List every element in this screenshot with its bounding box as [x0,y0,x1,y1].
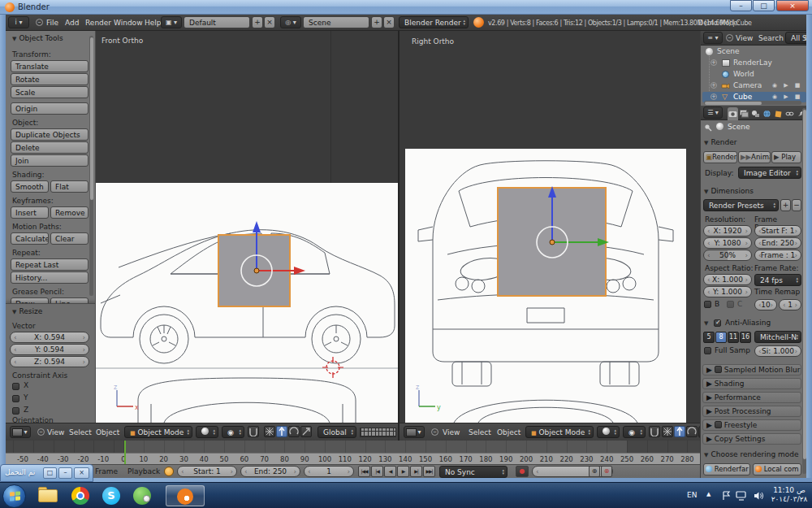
menu-window[interactable]: Window [114,19,143,27]
crop-checkbox[interactable] [727,301,734,308]
editor-type-properties-icon[interactable]: ☰ ▾ [703,106,723,119]
taskbar-chrome-icon[interactable] [67,485,94,506]
collapse-header-icon[interactable]: – [726,34,733,41]
outliner-display-dropdown[interactable]: All S [785,32,806,44]
add-layout-button[interactable]: + [252,16,263,28]
taskbar-skype-icon[interactable]: S [97,485,125,506]
taskbar-green-app-icon[interactable] [128,485,156,506]
history-button[interactable]: History... [11,271,89,284]
pivot-point-dropdown[interactable]: ◉ [623,426,646,438]
start-frame-field[interactable]: Start: 1 [177,466,237,477]
origin-button[interactable]: Origin [11,102,89,115]
aa-filter-dropdown[interactable]: Mitchell-N [754,331,801,343]
hide-eye-icon[interactable]: ◉ [771,93,779,101]
calculate-paths-button[interactable]: Calculate [11,232,49,245]
collapse-header-icon[interactable]: – [431,428,438,436]
maximize-button[interactable]: □ [753,0,775,11]
editor-type-3dview-icon[interactable]: ▾ [10,426,31,438]
delete-layout-button[interactable]: × [264,16,275,28]
constraint-x-checkbox[interactable] [12,383,19,390]
frame-step-field[interactable]: Frame : 1 [754,250,801,261]
menu-render[interactable]: Render [85,19,111,27]
end-frame-field[interactable]: End: 250 [240,466,300,477]
object-tools-panel-header[interactable]: ▼Object Tools [12,34,63,42]
timeline-editor[interactable]: -50-40-30-20-100102030405060708090100110… [6,441,700,478]
pivot-point-dropdown[interactable]: ◉ [222,426,244,438]
scene-browse-icon[interactable]: ◎ ▾ [280,16,301,28]
mode-dropdown[interactable]: ■ Object Mode [525,426,594,438]
viewport-shading-dropdown[interactable] [597,426,620,438]
render-button[interactable]: ▣Render [703,151,737,163]
flat-button[interactable]: Flat [50,180,89,193]
panel-shading[interactable]: ▶ Shading [702,378,801,389]
object-menu[interactable]: Object [96,428,119,436]
object-menu[interactable]: Object [497,428,520,436]
aspect-y-field[interactable]: Y: 1.000 [703,286,752,297]
viewport-right[interactable]: Right Ortho [398,31,700,441]
tray-action-center-icon[interactable] [721,491,731,501]
download-window-titlebar[interactable]: تم التحمل □ – × [0,464,93,482]
animation-button[interactable]: ▶▶Anima [738,151,771,163]
tray-hidden-icons-icon[interactable]: ▲ [706,491,710,497]
outliner-search-menu[interactable]: Search [758,34,784,42]
taskbar-explorer-icon[interactable] [34,485,62,506]
tab-scene[interactable] [750,107,761,120]
resolution-percent-slider[interactable]: 50% [703,250,752,261]
view-menu[interactable]: View [47,428,64,436]
aa-samples-5[interactable]: 5 [703,332,715,343]
jump-to-start-button[interactable]: |◀◀ [358,466,370,477]
snap-toggle-icon[interactable] [649,426,660,437]
panel-freestyle[interactable]: ▶ Freestyle [702,419,801,431]
start-button[interactable] [2,484,26,508]
smooth-button[interactable]: Smooth [11,180,49,193]
render-panel-header[interactable]: ▼Render [704,138,736,146]
snap-toggle-icon[interactable] [248,426,259,437]
border-checkbox[interactable] [704,301,711,308]
delete-button[interactable]: Delete [11,141,89,154]
frame-start-field[interactable]: Start F: 1 [754,225,801,237]
time-remap-new-field[interactable]: 1 [779,299,801,310]
aa-samples-16[interactable]: 16 [740,332,751,343]
hide-eye-icon[interactable]: ◉ [771,81,779,89]
add-preset-button[interactable]: + [780,199,791,211]
viewport-shading-dropdown[interactable] [196,426,218,438]
taskbar-blender-icon[interactable] [166,485,205,506]
collapse-menus-icon[interactable]: – [36,19,43,26]
tab-constraints[interactable] [784,107,795,120]
record-button[interactable]: ● [516,466,529,477]
tab-world[interactable] [762,107,772,120]
render-restrict-icon[interactable]: ■ [793,93,801,101]
scale-button[interactable]: Scale [11,86,89,98]
frame-end-field[interactable]: End: 250 [754,237,801,249]
resolution-x-field[interactable]: X: 1920 [703,225,752,237]
manipulator-axis-icon[interactable] [662,426,673,437]
mode-dropdown[interactable]: ■ Object Mode [124,426,192,438]
rotate-button[interactable]: Rotate [11,73,89,85]
panel-sampled-motion-blur[interactable]: ▶ Sampled Motion Blur [702,364,801,376]
properties-scrollbar[interactable] [802,108,806,474]
display-dropdown[interactable]: Image Editor [738,167,801,179]
outliner-row-scene[interactable]: Scene [702,46,806,57]
translate-button[interactable]: Translate [11,60,89,72]
tray-network-icon[interactable] [736,491,747,501]
local-computer-button[interactable]: Local com [753,463,801,475]
manipulator-translate-icon[interactable] [674,426,685,437]
fps-dropdown[interactable]: 24 fps [754,274,801,286]
tray-clock[interactable]: 11:10 ص ٢٠١٤/٠٣/٢٨ [768,486,810,504]
panel-post-processing[interactable]: ▶ Post Processing [702,406,801,417]
view-menu[interactable]: View [443,428,460,436]
tray-volume-icon[interactable] [754,491,764,501]
outliner-row-renderlayers[interactable]: + RenderLay [702,58,806,68]
layers-grid-a[interactable] [360,428,396,437]
frame-menu[interactable]: Frame [95,467,118,475]
editor-type-3dview-icon[interactable]: ▾ [404,426,425,438]
clear-paths-button[interactable]: Clear [50,232,89,245]
playback-menu[interactable]: Playback [127,467,160,475]
scene-name-field[interactable]: Scene [303,16,369,28]
manipulator-axis-icon[interactable] [264,426,275,437]
aa-samples-11[interactable]: 11 [728,332,739,343]
constraint-y-checkbox[interactable] [12,395,19,402]
selectable-icon[interactable]: ▶ [782,81,790,89]
time-remap-old-field[interactable]: 10 [754,299,777,310]
select-menu[interactable]: Select [469,428,491,436]
